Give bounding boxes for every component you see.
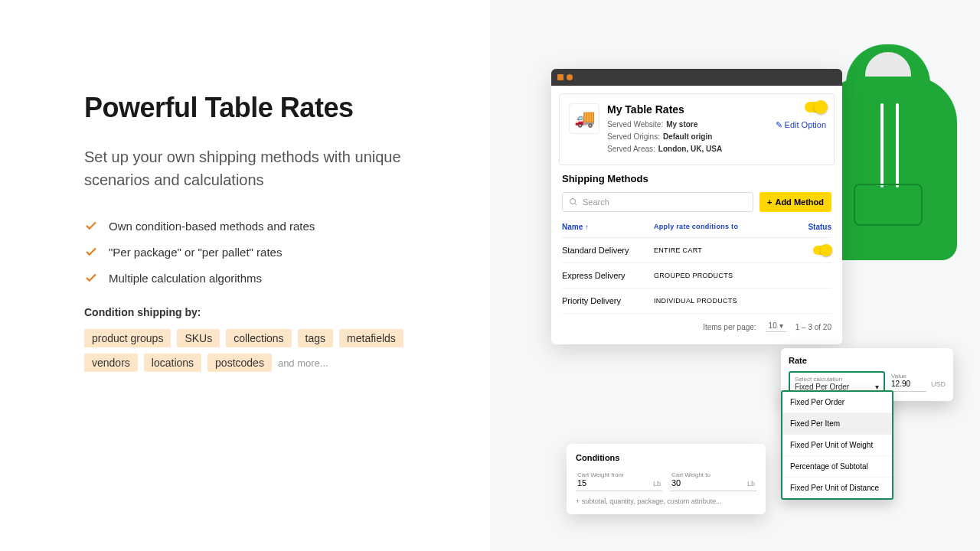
col-name[interactable]: Name ↑ <box>562 223 654 231</box>
section-title: Shipping Methods <box>562 173 831 184</box>
per-page-select[interactable]: 10▾ <box>766 321 786 332</box>
app-window: 🚚 My Table Rates Served Website:My store… <box>551 69 842 344</box>
search-icon <box>569 197 578 207</box>
feature-item: Multiple calculation algorithms <box>84 271 444 285</box>
meta-website: Served Website:My store <box>607 119 722 131</box>
tag: locations <box>144 354 201 372</box>
currency-label: USD <box>931 371 946 388</box>
card-title: My Table Rates <box>607 103 722 116</box>
conditions-panel: Conditions Cart Weight from 15 Lb Cart W… <box>567 444 766 514</box>
svg-point-0 <box>570 199 576 204</box>
tag: postcodes <box>207 354 272 372</box>
tag: SKUs <box>177 329 220 347</box>
weight-to-input[interactable]: Cart Weight to 30 Lb <box>670 470 756 491</box>
edit-option-link[interactable]: Edit Option <box>776 120 826 130</box>
row-toggle[interactable] <box>813 246 831 255</box>
table-row[interactable]: Express DeliveryGROUPED PRODUCTS <box>562 263 831 289</box>
calculation-dropdown[interactable]: Fixed Per Order Fixed Per Item Fixed Per… <box>781 390 893 500</box>
conditions-more: + subtotal, quantity, package, custom at… <box>576 497 756 505</box>
rate-title: Rate <box>789 356 946 365</box>
plus-icon: + <box>767 197 772 207</box>
search-input[interactable]: Search <box>562 192 753 212</box>
tag: tags <box>298 329 333 347</box>
col-status[interactable]: Status <box>761 223 831 231</box>
dropdown-option[interactable]: Fixed Per Order <box>782 392 892 413</box>
weight-from-input[interactable]: Cart Weight from 15 Lb <box>576 470 662 491</box>
add-method-button[interactable]: +Add Method <box>760 192 831 212</box>
svg-line-1 <box>575 204 577 206</box>
titlebar <box>551 69 842 86</box>
meta-areas: Served Areas:London, UK, USA <box>607 143 722 155</box>
pager-label: Items per page: <box>703 323 756 331</box>
col-apply[interactable]: Apply rate conditions to <box>654 223 761 231</box>
check-icon <box>84 245 98 259</box>
rate-value-input[interactable]: Value 12.90 <box>890 371 926 392</box>
tag-list: product groups SKUs collections tags met… <box>84 329 444 372</box>
tag-more: and more... <box>278 357 328 369</box>
conditions-title: Conditions <box>576 453 756 462</box>
table-row[interactable]: Standard DeliveryENTIRE CART <box>562 238 831 263</box>
dropdown-option[interactable]: Fixed Per Item <box>782 413 892 435</box>
meta-origins: Served Origins:Default origin <box>607 131 722 143</box>
truck-icon: 🚚 <box>569 103 599 134</box>
chevron-down-icon: ▾ <box>779 321 783 330</box>
enable-toggle[interactable] <box>805 102 826 112</box>
feature-item: Own condition-based methods and rates <box>84 219 444 233</box>
check-icon <box>84 271 98 285</box>
dropdown-option[interactable]: Fixed Per Unit of Weight <box>782 435 892 456</box>
tag: metafields <box>339 329 403 347</box>
dropdown-option[interactable]: Fixed Per Unit of Distance <box>782 478 892 498</box>
tag: vendors <box>84 354 138 372</box>
check-icon <box>84 219 98 233</box>
subtitle: Set up your own shipping methods with un… <box>84 145 444 191</box>
page-title: Powerful Table Rates <box>84 92 444 124</box>
dropdown-option[interactable]: Percentage of Subtotal <box>782 456 892 478</box>
condition-heading: Condition shipping by: <box>84 306 444 318</box>
pager-range: 1 – 3 of 20 <box>795 323 831 331</box>
tag: product groups <box>84 329 171 347</box>
feature-item: "Per package" or "per pallet" rates <box>84 245 444 259</box>
tag: collections <box>226 329 291 347</box>
table-row[interactable]: Priority DeliveryINDIVIDUAL PRODUCTS <box>562 289 831 314</box>
